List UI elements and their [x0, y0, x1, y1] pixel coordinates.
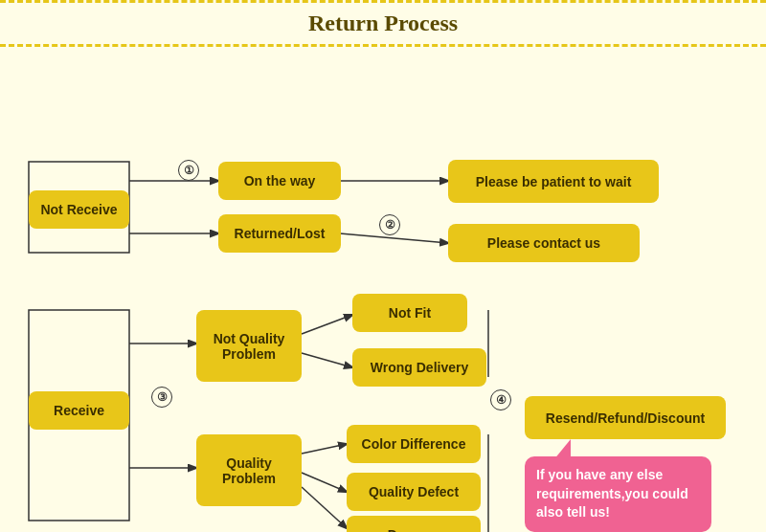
circle-1: ①: [178, 160, 199, 181]
svg-line-4: [340, 233, 448, 243]
svg-line-10: [302, 444, 347, 454]
circle-4: ④: [490, 389, 511, 410]
not-fit-node: Not Fit: [352, 294, 467, 332]
svg-line-9: [302, 353, 352, 367]
resend-node: Resend/Refund/Discount: [525, 396, 726, 439]
circle-2: ②: [379, 214, 400, 235]
on-the-way-node: On the way: [218, 162, 341, 200]
page-header: Return Process: [0, 0, 766, 47]
svg-line-12: [302, 487, 347, 528]
color-diff-node: Color Difference: [347, 425, 481, 463]
please-contact-node: Please contact us: [448, 224, 640, 262]
damage-node: Damage: [347, 516, 481, 532]
not-receive-node: Not Receive: [29, 190, 129, 229]
quality-node: Quality Problem: [196, 434, 302, 506]
quality-defect-node: Quality Defect: [347, 473, 481, 511]
wrong-delivery-node: Wrong Delivery: [352, 348, 486, 387]
circle-3: ③: [151, 387, 172, 408]
page-title: Return Process: [0, 11, 766, 36]
receive-node: Receive: [29, 391, 129, 430]
svg-line-8: [302, 315, 352, 334]
speech-bubble: If you have any else requirements,you co…: [525, 456, 711, 532]
svg-line-11: [302, 473, 347, 492]
not-quality-node: Not Quality Problem: [196, 310, 302, 382]
please-wait-node: Please be patient to wait: [448, 160, 659, 203]
diagram-area: Not Receive On the way Returned/Lost Ple…: [0, 56, 766, 532]
returned-lost-node: Returned/Lost: [218, 214, 341, 253]
